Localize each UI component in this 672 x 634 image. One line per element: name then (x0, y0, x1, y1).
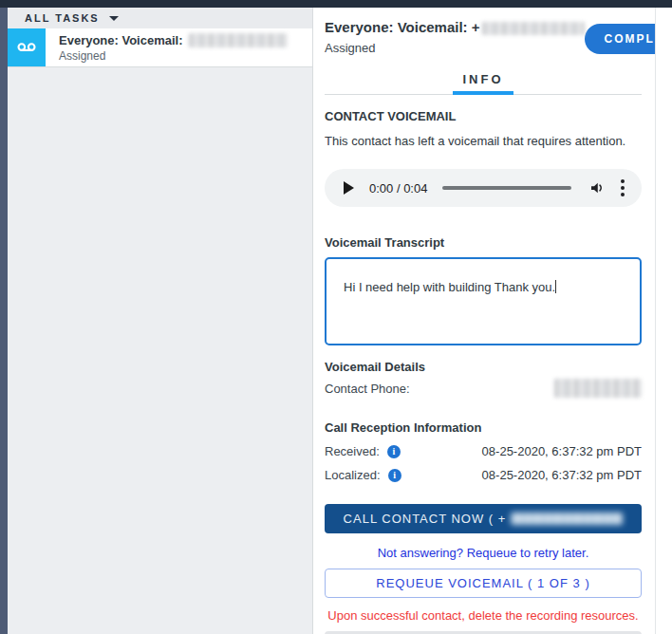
task-list-item[interactable]: Everyone: Voicemail: Assigned (8, 28, 312, 67)
contact-phone-row: Contact Phone: (325, 379, 642, 398)
task-filter-label: ALL TASKS (25, 12, 100, 24)
left-navigation-rail (0, 8, 8, 634)
redacted-phone-number (482, 22, 585, 35)
transcript-text: Hi I need help with building Thank you. (344, 280, 555, 294)
audio-seek-bar[interactable] (442, 186, 571, 190)
task-filter-dropdown[interactable]: ALL TASKS (8, 8, 312, 28)
more-options-icon[interactable] (619, 176, 626, 200)
call-reception-heading: Call Reception Information (325, 420, 642, 435)
contact-phone-label: Contact Phone: (325, 382, 410, 396)
transcript-textarea[interactable]: Hi I need help with building Thank you. (325, 257, 642, 345)
detail-title-text: Everyone: Voicemail: + (325, 19, 480, 35)
detail-header: Everyone: Voicemail: + Assigned COMPLETE (325, 8, 642, 55)
received-row: Received: i 08-25-2020, 6:37:32 pm PDT (325, 444, 642, 458)
transcript-label: Voicemail Transcript (325, 235, 642, 250)
info-icon[interactable]: i (387, 445, 401, 458)
volume-icon[interactable] (588, 179, 606, 196)
received-label: Received: (325, 444, 380, 458)
detail-title: Everyone: Voicemail: + (325, 19, 585, 35)
delete-recordings-note: Upon successful contact, delete the reco… (325, 608, 642, 623)
play-icon[interactable] (344, 181, 354, 195)
tab-info[interactable]: INFO (453, 65, 513, 95)
call-button-label: CALL CONTACT NOW ( + (344, 512, 507, 526)
audio-time: 0:00 / 0:04 (369, 181, 427, 196)
task-item-status: Assigned (59, 49, 288, 63)
received-timestamp: 08-25-2020, 6:37:32 pm PDT (482, 444, 642, 458)
task-item-texts: Everyone: Voicemail: Assigned (46, 28, 288, 66)
app-window: ALL TASKS Everyone: Voicemail: Assigned (0, 8, 672, 634)
top-bar (0, 0, 672, 8)
tab-bar: INFO (325, 65, 642, 95)
contact-voicemail-heading: CONTACT VOICEMAIL (325, 109, 642, 123)
localized-timestamp: 08-25-2020, 6:37:32 pm PDT (482, 468, 642, 482)
scrollbar-track[interactable] (655, 8, 672, 634)
redacted-phone-number (189, 33, 288, 47)
detail-status: Assigned (325, 41, 585, 55)
voicemail-icon (8, 28, 46, 66)
audio-player: 0:00 / 0:04 (325, 169, 642, 207)
detail-title-block: Everyone: Voicemail: + Assigned (325, 19, 585, 55)
complete-button[interactable]: COMPLETE (585, 24, 655, 54)
redacted-phone-number (511, 513, 623, 525)
requeue-hint-link[interactable]: Not answering? Requeue to retry later. (325, 546, 642, 560)
info-icon[interactable]: i (388, 469, 401, 482)
call-contact-now-button[interactable]: CALL CONTACT NOW ( + (325, 504, 642, 533)
task-item-title: Everyone: Voicemail: (59, 33, 183, 47)
text-cursor (555, 280, 556, 293)
contact-voicemail-description: This contact has left a voicemail that r… (325, 134, 642, 148)
voicemail-details-heading: Voicemail Details (325, 360, 642, 374)
task-list-sidebar: ALL TASKS Everyone: Voicemail: Assigned (8, 8, 313, 634)
localized-row: Localized: i 08-25-2020, 6:37:32 pm PDT (325, 468, 642, 482)
chevron-down-icon (109, 16, 119, 21)
task-detail-panel: Everyone: Voicemail: + Assigned COMPLETE… (313, 8, 655, 634)
redacted-phone-number (554, 379, 642, 398)
requeue-voicemail-button[interactable]: REQUEUE VOICEMAIL ( 1 OF 3 ) (325, 569, 642, 598)
localized-label: Localized: (325, 468, 381, 482)
